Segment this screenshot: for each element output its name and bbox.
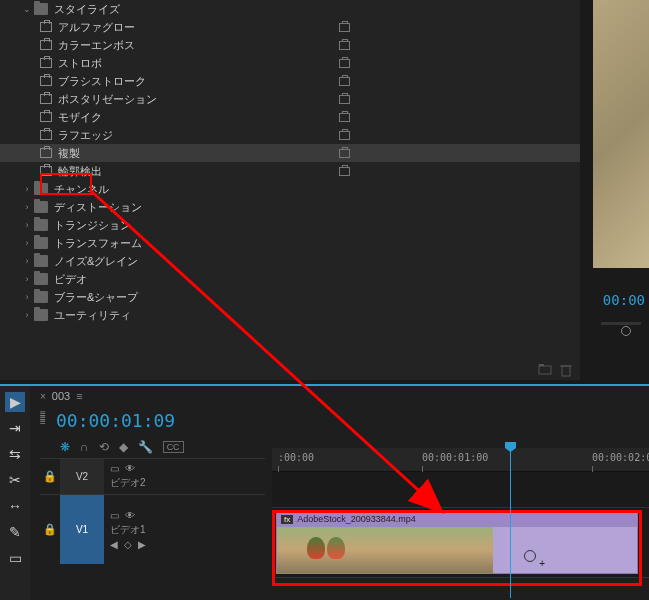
keyframe-add-icon[interactable]: ◇ — [124, 539, 132, 550]
effects-folder-row[interactable]: ›ディストーション — [0, 198, 580, 216]
timeline-menu-icon[interactable]: ≡≡≡ — [40, 412, 46, 424]
track-controls: ❋ ∩ ⟲ ◆ 🔧 CC 🔒 V2 ▭ 👁 ビデオ2 🔒 V1 ▭ — [40, 436, 265, 564]
chevron-right-icon: › — [22, 238, 32, 248]
effect-label: カラーエンボス — [58, 38, 135, 53]
keyframe-prev-icon[interactable]: ◀ — [110, 539, 118, 550]
pen-tool[interactable]: ✎ — [5, 522, 25, 542]
effects-folder-row[interactable]: ›トランスフォーム — [0, 234, 580, 252]
effect-item[interactable]: カラーエンボス — [0, 36, 580, 54]
effects-folder-row[interactable]: ›チャンネル — [0, 180, 580, 198]
preset-badge-icon — [339, 149, 350, 158]
track-v1-label[interactable]: V1 — [60, 495, 104, 564]
toggle-output-icon[interactable]: ▭ — [110, 463, 119, 474]
effect-item[interactable]: ラフエッジ — [0, 126, 580, 144]
folder-icon — [34, 183, 48, 195]
effect-item[interactable]: ブラシストローク — [0, 72, 580, 90]
effects-folder-row[interactable]: ›ユーティリティ — [0, 306, 580, 324]
effects-folder-row[interactable]: ›トランジション — [0, 216, 580, 234]
keyframe-next-icon[interactable]: ▶ — [138, 539, 146, 550]
effects-folder-row[interactable]: ›ノイズ&グレイン — [0, 252, 580, 270]
effect-label: ストロボ — [58, 56, 102, 71]
linked-selection-icon[interactable]: ⟲ — [99, 440, 109, 454]
effects-panel: ⌄ スタイライズ アルファグローカラーエンボスストロボブラシストロークポスタリゼ… — [0, 0, 580, 380]
snap-icon[interactable]: ❋ — [60, 440, 70, 454]
effects-category-row[interactable]: ⌄ スタイライズ — [0, 0, 580, 18]
folder-label: ユーティリティ — [54, 308, 131, 323]
effects-folder-row[interactable]: ›ビデオ — [0, 270, 580, 288]
svg-rect-1 — [539, 364, 544, 366]
ruler-tick: 00:00:02:0 — [592, 452, 649, 463]
preset-badge-icon — [339, 95, 350, 104]
trash-icon[interactable] — [560, 363, 574, 375]
preset-badge-icon — [339, 167, 350, 176]
folder-label: ディストーション — [54, 200, 142, 215]
effect-label: ラフエッジ — [58, 128, 113, 143]
playhead[interactable] — [510, 448, 511, 598]
folder-icon — [34, 201, 48, 213]
effect-item[interactable]: 輪郭検出 — [0, 162, 580, 180]
category-label: スタイライズ — [54, 2, 120, 17]
zoom-handle[interactable] — [621, 326, 631, 336]
chevron-right-icon: › — [22, 202, 32, 212]
sequence-tab[interactable]: × 003 ≡ — [40, 390, 83, 402]
track-select-tool[interactable]: ⇥ — [5, 418, 25, 438]
zoom-slider[interactable] — [601, 322, 641, 325]
marker-icon[interactable]: ◆ — [119, 440, 128, 454]
ruler-tick: :00:00 — [278, 452, 314, 463]
effect-item[interactable]: モザイク — [0, 108, 580, 126]
preset-icon — [40, 58, 52, 68]
track-v1-header[interactable]: 🔒 V1 ▭ 👁 ビデオ1 ◀ ◇ ▶ — [40, 494, 265, 564]
fx-badge[interactable]: fx — [281, 515, 293, 524]
razor-tool[interactable]: ✂ — [5, 470, 25, 490]
ripple-edit-tool[interactable]: ⇆ — [5, 444, 25, 464]
effect-item[interactable]: ストロボ — [0, 54, 580, 72]
rectangle-tool[interactable]: ▭ — [5, 548, 25, 568]
new-bin-icon[interactable] — [538, 363, 552, 375]
folder-icon — [34, 273, 48, 285]
preset-icon — [40, 22, 52, 32]
folder-label: トランスフォーム — [54, 236, 142, 251]
track-v2-name: ビデオ2 — [110, 476, 146, 490]
settings-icon[interactable]: 🔧 — [138, 440, 153, 454]
effect-item[interactable]: 複製 — [0, 144, 580, 162]
track-v2-label[interactable]: V2 — [60, 459, 104, 494]
effect-item[interactable]: アルファグロー — [0, 18, 580, 36]
drop-cursor-icon — [524, 550, 536, 562]
preset-badge-icon — [339, 113, 350, 122]
clip-name: AdobeStock_200933844.mp4 — [297, 514, 416, 524]
preset-icon — [40, 76, 52, 86]
eye-icon[interactable]: 👁 — [125, 463, 135, 474]
lock-icon[interactable]: 🔒 — [40, 470, 60, 483]
folder-label: トランジション — [54, 218, 131, 233]
preview-timecode: 00:00 — [603, 292, 645, 308]
chevron-down-icon: ⌄ — [22, 4, 32, 14]
svg-rect-2 — [562, 366, 570, 376]
clip-header: fx AdobeStock_200933844.mp4 — [277, 511, 637, 527]
eye-icon[interactable]: 👁 — [125, 510, 135, 521]
effect-item[interactable]: ポスタリゼーション — [0, 90, 580, 108]
preset-icon — [40, 148, 52, 158]
lock-icon[interactable]: 🔒 — [40, 523, 60, 536]
chevron-right-icon: › — [22, 310, 32, 320]
cc-icon[interactable]: CC — [163, 441, 184, 453]
panel-footer — [538, 358, 574, 380]
video-clip[interactable]: fx AdobeStock_200933844.mp4 — [276, 510, 638, 574]
effect-label: ブラシストローク — [58, 74, 146, 89]
program-monitor-preview — [593, 0, 649, 268]
folder-label: ブラー&シャープ — [54, 290, 138, 305]
playhead-timecode[interactable]: 00:00:01:09 — [56, 410, 175, 431]
time-ruler[interactable]: :00:00 00:00:01:00 00:00:02:0 — [272, 448, 649, 472]
effects-folder-row[interactable]: ›ブラー&シャープ — [0, 288, 580, 306]
sequence-menu-icon[interactable]: ≡ — [76, 390, 82, 402]
track-v2-header[interactable]: 🔒 V2 ▭ 👁 ビデオ2 — [40, 458, 265, 494]
toggle-output-icon[interactable]: ▭ — [110, 510, 119, 521]
track-v1-lane[interactable]: fx AdobeStock_200933844.mp4 — [272, 508, 649, 578]
folder-icon — [34, 3, 48, 15]
track-v2-lane[interactable] — [272, 472, 649, 508]
close-icon[interactable]: × — [40, 391, 46, 402]
effect-label: アルファグロー — [58, 20, 135, 35]
folder-icon — [34, 309, 48, 321]
slip-tool[interactable]: ↔ — [5, 496, 25, 516]
selection-tool[interactable]: ▶ — [5, 392, 25, 412]
magnet-icon[interactable]: ∩ — [80, 440, 89, 454]
